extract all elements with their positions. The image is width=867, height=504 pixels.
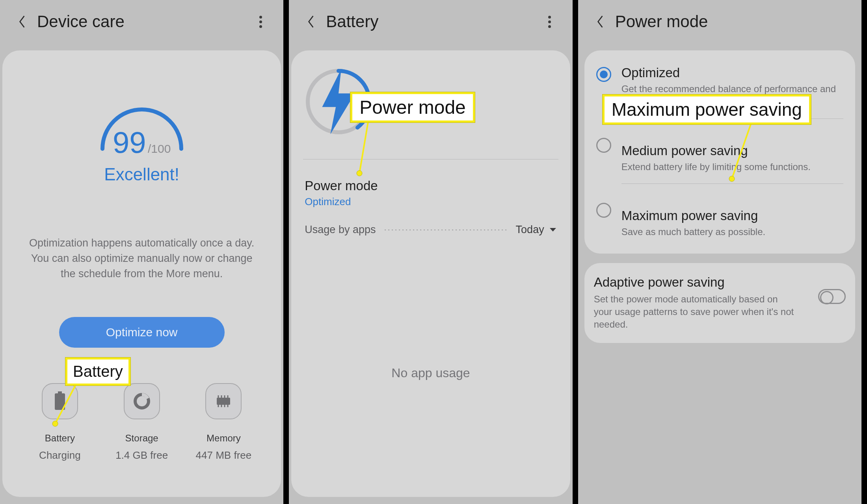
- power-mode-row[interactable]: Power mode Optimized: [303, 175, 558, 224]
- tile-storage[interactable]: Storage 1.4 GB free: [106, 383, 177, 461]
- svg-line-12: [55, 382, 77, 424]
- tile-battery-sub: Charging: [39, 449, 81, 461]
- storage-icon: [124, 383, 160, 419]
- option-maximum-power-saving[interactable]: Maximum power saving Save as much batter…: [594, 193, 846, 247]
- score-gauge: 99 /100: [91, 82, 193, 153]
- usage-by-apps-row[interactable]: Usage by apps Today: [303, 224, 558, 236]
- option-desc: Save as much battery as possible.: [621, 226, 843, 238]
- tile-memory-name: Memory: [207, 433, 241, 444]
- tile-battery-name: Battery: [45, 433, 75, 444]
- usage-period: Today: [516, 224, 544, 236]
- option-medium-power-saving[interactable]: Medium power saving Extend battery life …: [594, 128, 846, 193]
- adaptive-power-saving-card: Adaptive power saving Set the power mode…: [584, 263, 855, 343]
- adaptive-power-saving-row[interactable]: Adaptive power saving Set the power mode…: [594, 275, 846, 331]
- tile-storage-name: Storage: [125, 433, 158, 444]
- score-denominator: /100: [148, 142, 171, 155]
- usage-period-selector[interactable]: Today: [516, 224, 557, 236]
- callout-max-power-saving: Maximum power saving: [603, 94, 811, 124]
- svg-rect-3: [217, 398, 230, 405]
- header: Power mode: [578, 0, 861, 43]
- tile-memory[interactable]: Memory 447 MB free: [188, 383, 259, 461]
- more-icon[interactable]: [253, 14, 268, 30]
- callout-leader-1: [50, 380, 85, 428]
- no-app-usage: No app usage: [303, 366, 558, 380]
- adaptive-desc: Set the power mode automatically based o…: [594, 293, 799, 331]
- pane-power-mode: Power mode Optimized Get the recommended…: [578, 0, 867, 504]
- page-title: Battery: [326, 12, 541, 31]
- pane-battery: Battery Charger connected Power mode Opt…: [289, 0, 578, 504]
- header: Battery: [289, 0, 572, 43]
- page-title: Device care: [37, 12, 253, 31]
- svg-line-15: [359, 122, 368, 173]
- radio-icon: [596, 203, 611, 218]
- callout-battery: Battery: [65, 358, 130, 385]
- power-mode-value: Optimized: [305, 196, 556, 208]
- chevron-down-icon: [549, 227, 557, 233]
- device-care-card: 99 /100 Excellent! Optimization happens …: [2, 50, 281, 497]
- adaptive-title: Adaptive power saving: [594, 275, 810, 290]
- usage-label: Usage by apps: [305, 224, 376, 236]
- back-button[interactable]: [15, 15, 29, 29]
- svg-point-16: [357, 170, 362, 176]
- memory-icon: [205, 383, 242, 419]
- page-title: Power mode: [615, 12, 847, 31]
- svg-point-13: [52, 421, 58, 426]
- adaptive-toggle[interactable]: [818, 289, 846, 304]
- svg-line-17: [732, 122, 752, 179]
- callout-power-mode: Power mode: [350, 92, 474, 122]
- header: Device care: [0, 0, 283, 43]
- score-value: 99: [113, 126, 146, 159]
- power-mode-options-card: Optimized Get the recommended balance of…: [584, 50, 855, 254]
- callout-leader-3: [728, 120, 759, 183]
- battery-card: Charger connected Power mode Optimized U…: [291, 50, 570, 497]
- optimize-now-button[interactable]: Optimize now: [59, 317, 225, 348]
- dotted-divider: [383, 230, 508, 230]
- option-title: Optimized: [621, 65, 843, 80]
- back-button[interactable]: [593, 15, 607, 29]
- tile-memory-sub: 447 MB free: [196, 449, 252, 461]
- pane-device-care: Device care 99 /100 Excellent! Optimizat…: [0, 0, 289, 504]
- option-title: Maximum power saving: [621, 208, 843, 223]
- back-button[interactable]: [304, 15, 318, 29]
- radio-icon: [596, 138, 611, 153]
- power-mode-label: Power mode: [305, 178, 556, 193]
- svg-point-18: [729, 176, 735, 182]
- radio-selected-icon: [596, 67, 611, 82]
- callout-leader-2: [356, 120, 372, 177]
- tile-storage-sub: 1.4 GB free: [115, 449, 168, 461]
- more-icon[interactable]: [542, 14, 558, 30]
- optimization-description: Optimization happens automatically once …: [28, 235, 256, 282]
